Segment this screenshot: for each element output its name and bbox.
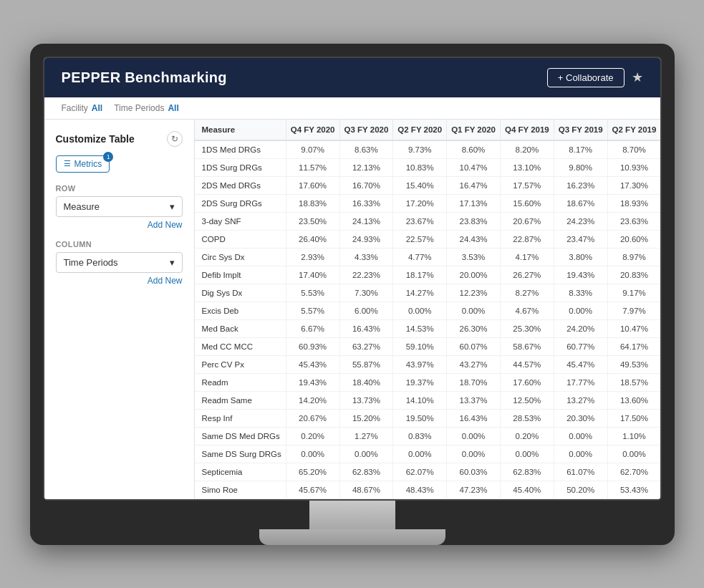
col-header-q1-fy-2020[interactable]: Q1 FY 2020 — [447, 120, 501, 140]
sidebar: Customize Table ↻ ☰ Metrics 1 Row Measur… — [44, 120, 195, 499]
value-cell: 8.33% — [554, 284, 607, 302]
value-cell: 10.47% — [607, 319, 660, 337]
value-cell: 64.17% — [607, 337, 660, 355]
data-table: MeasureQ4 FY 2020Q3 FY 2020Q2 FY 2020Q1 … — [195, 120, 660, 499]
value-cell: 8.27% — [500, 284, 554, 302]
value-cell: 4.33% — [339, 248, 393, 266]
value-cell: 8.17% — [554, 140, 607, 159]
value-cell: 12.50% — [500, 391, 554, 409]
value-cell: 11.57% — [286, 158, 339, 176]
value-cell: 48.67% — [339, 481, 393, 498]
measure-cell: Resp Inf — [195, 409, 286, 427]
measure-cell: COPD — [195, 230, 286, 248]
value-cell: 60.77% — [554, 337, 607, 355]
value-cell: 4.67% — [500, 302, 554, 319]
value-cell: 61.07% — [554, 463, 607, 481]
value-cell: 0.20% — [286, 427, 339, 445]
value-cell: 59.10% — [393, 337, 447, 355]
col-header-q3-fy-2020[interactable]: Q3 FY 2020 — [339, 120, 393, 140]
monitor-stand-base — [259, 529, 445, 545]
table-row: 2DS Med DRGs17.60%16.70%15.40%16.47%17.5… — [195, 176, 660, 194]
row-value: Measure — [64, 201, 100, 212]
time-periods-value[interactable]: All — [168, 103, 178, 113]
measure-cell: Med Back — [195, 319, 286, 337]
value-cell: 14.10% — [393, 391, 447, 409]
value-cell: 9.07% — [286, 140, 339, 159]
metrics-button[interactable]: ☰ Metrics 1 — [56, 155, 110, 173]
col-header-q4-fy-2019[interactable]: Q4 FY 2019 — [500, 120, 554, 140]
metrics-badge: 1 — [103, 152, 113, 162]
value-cell: 19.50% — [393, 409, 447, 427]
value-cell: 16.70% — [339, 176, 393, 194]
value-cell: 26.27% — [500, 266, 554, 284]
measure-cell: Defib Implt — [195, 266, 286, 284]
measure-cell: 3-day SNF — [195, 212, 286, 230]
value-cell: 19.43% — [286, 373, 339, 391]
column-add-new[interactable]: Add New — [56, 276, 183, 286]
value-cell: 10.47% — [447, 158, 501, 176]
value-cell: 18.83% — [286, 194, 339, 212]
facility-filter: Facility All — [62, 103, 103, 113]
value-cell: 17.20% — [393, 194, 447, 212]
value-cell: 14.27% — [393, 284, 447, 302]
row-label: Row — [56, 184, 183, 193]
facility-value[interactable]: All — [92, 103, 102, 113]
value-cell: 62.07% — [393, 463, 447, 481]
row-dropdown[interactable]: Measure ▾ — [56, 196, 183, 217]
time-periods-filter: Time Periods All — [114, 103, 179, 113]
value-cell: 17.60% — [500, 373, 554, 391]
measure-cell: 2DS Med DRGs — [195, 176, 286, 194]
col-header-q2-fy-2019[interactable]: Q2 FY 2019 — [607, 120, 660, 140]
value-cell: 0.00% — [607, 445, 660, 463]
value-cell: 0.00% — [393, 445, 447, 463]
table-row: 1DS Surg DRGs11.57%12.13%10.83%10.47%13.… — [195, 158, 660, 176]
col-header-q2-fy-2020[interactable]: Q2 FY 2020 — [393, 120, 447, 140]
column-value: Time Periods — [64, 257, 118, 268]
measure-cell: Septicemia — [195, 463, 286, 481]
table-row: Same DS Surg DRGs0.00%0.00%0.00%0.00%0.0… — [195, 445, 660, 463]
value-cell: 22.87% — [500, 230, 554, 248]
table-row: Dig Sys Dx5.53%7.30%14.27%12.23%8.27%8.3… — [195, 284, 660, 302]
col-header-measure[interactable]: Measure — [195, 120, 286, 140]
table-row: Readm Same14.20%13.73%14.10%13.37%12.50%… — [195, 391, 660, 409]
star-button[interactable]: ★ — [632, 69, 643, 85]
col-header-q3-fy-2019[interactable]: Q3 FY 2019 — [554, 120, 607, 140]
value-cell: 23.83% — [447, 212, 501, 230]
value-cell: 20.00% — [447, 266, 501, 284]
value-cell: 0.00% — [286, 445, 339, 463]
value-cell: 19.43% — [554, 266, 607, 284]
col-header-q4-fy-2020[interactable]: Q4 FY 2020 — [286, 120, 339, 140]
table-row: Resp Inf20.67%15.20%19.50%16.43%28.53%20… — [195, 409, 660, 427]
value-cell: 62.70% — [607, 463, 660, 481]
value-cell: 15.40% — [393, 176, 447, 194]
value-cell: 50.20% — [554, 481, 607, 498]
column-dropdown[interactable]: Time Periods ▾ — [56, 252, 183, 273]
table-row: Readm19.43%18.40%19.37%18.70%17.60%17.77… — [195, 373, 660, 391]
table-row: Circ Sys Dx2.93%4.33%4.77%3.53%4.17%3.80… — [195, 248, 660, 266]
value-cell: 20.60% — [607, 230, 660, 248]
value-cell: 22.57% — [393, 230, 447, 248]
collaborate-button[interactable]: + Collaborate — [547, 68, 625, 87]
value-cell: 24.43% — [447, 230, 501, 248]
value-cell: 3.53% — [447, 248, 501, 266]
row-add-new[interactable]: Add New — [56, 220, 183, 230]
value-cell: 4.77% — [393, 248, 447, 266]
value-cell: 20.30% — [554, 409, 607, 427]
value-cell: 24.93% — [339, 230, 393, 248]
table-row: COPD26.40%24.93%22.57%24.43%22.87%23.47%… — [195, 230, 660, 248]
value-cell: 18.40% — [339, 373, 393, 391]
refresh-icon[interactable]: ↻ — [167, 131, 183, 147]
monitor: PEPPER Benchmarking + Collaborate ★ Faci… — [30, 44, 675, 545]
value-cell: 17.13% — [447, 194, 501, 212]
measure-cell: 1DS Med DRGs — [195, 140, 286, 159]
value-cell: 0.83% — [393, 427, 447, 445]
measure-cell: Circ Sys Dx — [195, 248, 286, 266]
measure-cell: Perc CV Px — [195, 355, 286, 373]
measure-cell: Same DS Surg DRGs — [195, 445, 286, 463]
value-cell: 62.83% — [339, 463, 393, 481]
value-cell: 13.60% — [607, 391, 660, 409]
value-cell: 10.83% — [393, 158, 447, 176]
value-cell: 9.73% — [393, 140, 447, 159]
value-cell: 16.23% — [554, 176, 607, 194]
app-title: PEPPER Benchmarking — [62, 69, 227, 86]
